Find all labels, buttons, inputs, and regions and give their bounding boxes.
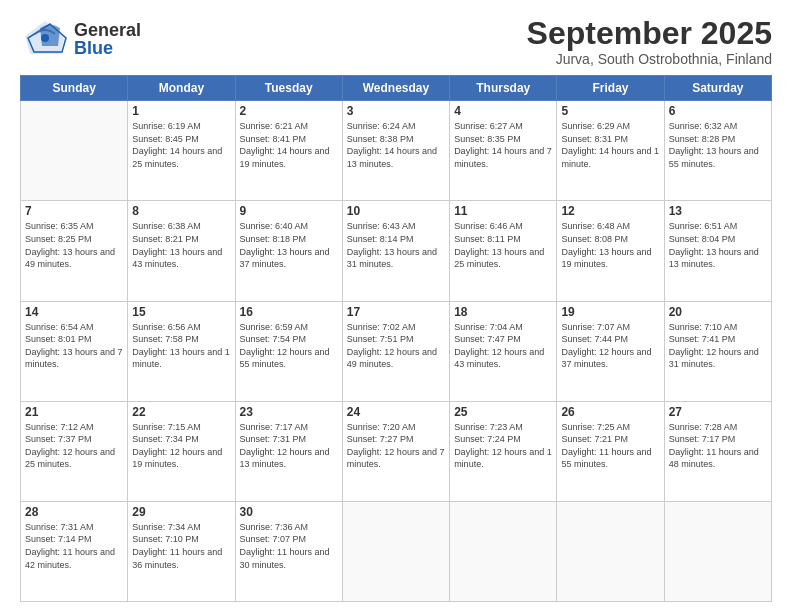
day-number: 3 — [347, 104, 445, 118]
day-info: Sunrise: 6:35 AM Sunset: 8:25 PM Dayligh… — [25, 220, 123, 270]
day-number: 28 — [25, 505, 123, 519]
table-row — [664, 501, 771, 601]
calendar-week-row: 7Sunrise: 6:35 AM Sunset: 8:25 PM Daylig… — [21, 201, 772, 301]
table-row: 24Sunrise: 7:20 AM Sunset: 7:27 PM Dayli… — [342, 401, 449, 501]
day-info: Sunrise: 6:29 AM Sunset: 8:31 PM Dayligh… — [561, 120, 659, 170]
day-info: Sunrise: 6:32 AM Sunset: 8:28 PM Dayligh… — [669, 120, 767, 170]
day-number: 2 — [240, 104, 338, 118]
table-row: 13Sunrise: 6:51 AM Sunset: 8:04 PM Dayli… — [664, 201, 771, 301]
table-row: 20Sunrise: 7:10 AM Sunset: 7:41 PM Dayli… — [664, 301, 771, 401]
col-tuesday: Tuesday — [235, 76, 342, 101]
calendar-week-row: 14Sunrise: 6:54 AM Sunset: 8:01 PM Dayli… — [21, 301, 772, 401]
day-number: 30 — [240, 505, 338, 519]
table-row: 15Sunrise: 6:56 AM Sunset: 7:58 PM Dayli… — [128, 301, 235, 401]
table-row: 27Sunrise: 7:28 AM Sunset: 7:17 PM Dayli… — [664, 401, 771, 501]
day-number: 21 — [25, 405, 123, 419]
day-number: 10 — [347, 204, 445, 218]
page: General Blue September 2025 Jurva, South… — [0, 0, 792, 612]
col-monday: Monday — [128, 76, 235, 101]
calendar-week-row: 21Sunrise: 7:12 AM Sunset: 7:37 PM Dayli… — [21, 401, 772, 501]
col-sunday: Sunday — [21, 76, 128, 101]
day-number: 15 — [132, 305, 230, 319]
day-info: Sunrise: 6:38 AM Sunset: 8:21 PM Dayligh… — [132, 220, 230, 270]
table-row: 10Sunrise: 6:43 AM Sunset: 8:14 PM Dayli… — [342, 201, 449, 301]
logo-general-text: General — [74, 21, 141, 39]
logo: General Blue — [20, 16, 141, 61]
day-info: Sunrise: 7:23 AM Sunset: 7:24 PM Dayligh… — [454, 421, 552, 471]
day-info: Sunrise: 6:46 AM Sunset: 8:11 PM Dayligh… — [454, 220, 552, 270]
table-row: 2Sunrise: 6:21 AM Sunset: 8:41 PM Daylig… — [235, 101, 342, 201]
table-row: 18Sunrise: 7:04 AM Sunset: 7:47 PM Dayli… — [450, 301, 557, 401]
day-number: 24 — [347, 405, 445, 419]
calendar-table: Sunday Monday Tuesday Wednesday Thursday… — [20, 75, 772, 602]
day-number: 20 — [669, 305, 767, 319]
day-info: Sunrise: 6:19 AM Sunset: 8:45 PM Dayligh… — [132, 120, 230, 170]
day-info: Sunrise: 7:34 AM Sunset: 7:10 PM Dayligh… — [132, 521, 230, 571]
day-info: Sunrise: 6:21 AM Sunset: 8:41 PM Dayligh… — [240, 120, 338, 170]
table-row: 23Sunrise: 7:17 AM Sunset: 7:31 PM Dayli… — [235, 401, 342, 501]
day-number: 22 — [132, 405, 230, 419]
logo-blue-text: Blue — [74, 39, 141, 57]
day-info: Sunrise: 7:25 AM Sunset: 7:21 PM Dayligh… — [561, 421, 659, 471]
day-number: 6 — [669, 104, 767, 118]
svg-point-2 — [41, 34, 49, 42]
day-info: Sunrise: 7:15 AM Sunset: 7:34 PM Dayligh… — [132, 421, 230, 471]
day-number: 18 — [454, 305, 552, 319]
table-row — [450, 501, 557, 601]
day-number: 1 — [132, 104, 230, 118]
day-info: Sunrise: 6:24 AM Sunset: 8:38 PM Dayligh… — [347, 120, 445, 170]
day-number: 12 — [561, 204, 659, 218]
table-row: 26Sunrise: 7:25 AM Sunset: 7:21 PM Dayli… — [557, 401, 664, 501]
day-info: Sunrise: 7:12 AM Sunset: 7:37 PM Dayligh… — [25, 421, 123, 471]
table-row: 25Sunrise: 7:23 AM Sunset: 7:24 PM Dayli… — [450, 401, 557, 501]
day-info: Sunrise: 6:48 AM Sunset: 8:08 PM Dayligh… — [561, 220, 659, 270]
logo-text: General Blue — [74, 21, 141, 57]
day-info: Sunrise: 7:28 AM Sunset: 7:17 PM Dayligh… — [669, 421, 767, 471]
day-info: Sunrise: 6:27 AM Sunset: 8:35 PM Dayligh… — [454, 120, 552, 170]
table-row: 9Sunrise: 6:40 AM Sunset: 8:18 PM Daylig… — [235, 201, 342, 301]
day-number: 23 — [240, 405, 338, 419]
day-info: Sunrise: 6:43 AM Sunset: 8:14 PM Dayligh… — [347, 220, 445, 270]
location-subtitle: Jurva, South Ostrobothnia, Finland — [527, 51, 772, 67]
col-thursday: Thursday — [450, 76, 557, 101]
table-row: 11Sunrise: 6:46 AM Sunset: 8:11 PM Dayli… — [450, 201, 557, 301]
table-row — [342, 501, 449, 601]
month-title: September 2025 — [527, 16, 772, 51]
day-info: Sunrise: 6:59 AM Sunset: 7:54 PM Dayligh… — [240, 321, 338, 371]
logo-icon — [20, 16, 70, 61]
table-row: 19Sunrise: 7:07 AM Sunset: 7:44 PM Dayli… — [557, 301, 664, 401]
day-info: Sunrise: 7:02 AM Sunset: 7:51 PM Dayligh… — [347, 321, 445, 371]
calendar-week-row: 1Sunrise: 6:19 AM Sunset: 8:45 PM Daylig… — [21, 101, 772, 201]
table-row: 30Sunrise: 7:36 AM Sunset: 7:07 PM Dayli… — [235, 501, 342, 601]
table-row: 29Sunrise: 7:34 AM Sunset: 7:10 PM Dayli… — [128, 501, 235, 601]
calendar-body: 1Sunrise: 6:19 AM Sunset: 8:45 PM Daylig… — [21, 101, 772, 602]
table-row: 7Sunrise: 6:35 AM Sunset: 8:25 PM Daylig… — [21, 201, 128, 301]
day-number: 19 — [561, 305, 659, 319]
day-number: 25 — [454, 405, 552, 419]
table-row — [21, 101, 128, 201]
day-info: Sunrise: 7:07 AM Sunset: 7:44 PM Dayligh… — [561, 321, 659, 371]
calendar-week-row: 28Sunrise: 7:31 AM Sunset: 7:14 PM Dayli… — [21, 501, 772, 601]
col-friday: Friday — [557, 76, 664, 101]
table-row: 1Sunrise: 6:19 AM Sunset: 8:45 PM Daylig… — [128, 101, 235, 201]
table-row: 21Sunrise: 7:12 AM Sunset: 7:37 PM Dayli… — [21, 401, 128, 501]
day-info: Sunrise: 6:40 AM Sunset: 8:18 PM Dayligh… — [240, 220, 338, 270]
day-info: Sunrise: 7:36 AM Sunset: 7:07 PM Dayligh… — [240, 521, 338, 571]
day-number: 14 — [25, 305, 123, 319]
day-number: 8 — [132, 204, 230, 218]
day-number: 4 — [454, 104, 552, 118]
day-info: Sunrise: 7:17 AM Sunset: 7:31 PM Dayligh… — [240, 421, 338, 471]
table-row: 3Sunrise: 6:24 AM Sunset: 8:38 PM Daylig… — [342, 101, 449, 201]
table-row: 6Sunrise: 6:32 AM Sunset: 8:28 PM Daylig… — [664, 101, 771, 201]
table-row: 16Sunrise: 6:59 AM Sunset: 7:54 PM Dayli… — [235, 301, 342, 401]
header: General Blue September 2025 Jurva, South… — [20, 16, 772, 67]
day-info: Sunrise: 6:54 AM Sunset: 8:01 PM Dayligh… — [25, 321, 123, 371]
day-number: 16 — [240, 305, 338, 319]
day-info: Sunrise: 7:31 AM Sunset: 7:14 PM Dayligh… — [25, 521, 123, 571]
col-wednesday: Wednesday — [342, 76, 449, 101]
day-info: Sunrise: 7:10 AM Sunset: 7:41 PM Dayligh… — [669, 321, 767, 371]
day-info: Sunrise: 7:04 AM Sunset: 7:47 PM Dayligh… — [454, 321, 552, 371]
title-block: September 2025 Jurva, South Ostrobothnia… — [527, 16, 772, 67]
table-row: 28Sunrise: 7:31 AM Sunset: 7:14 PM Dayli… — [21, 501, 128, 601]
calendar-header-row: Sunday Monday Tuesday Wednesday Thursday… — [21, 76, 772, 101]
